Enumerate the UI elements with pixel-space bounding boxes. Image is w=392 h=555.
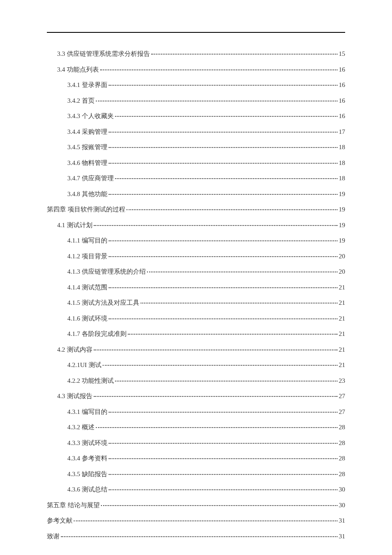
toc-leader-dots — [115, 116, 337, 117]
toc-entry: 4.1.5 测试方法及对应工具21 — [47, 299, 345, 306]
toc-leader-dots — [109, 443, 337, 444]
toc-entry: 4.3.1 编写目的27 — [47, 408, 345, 416]
toc-page-number: 18 — [339, 143, 345, 151]
toc-page-number: 28 — [339, 454, 345, 462]
toc-label: 3.3 供应链管理系统需求分析报告 — [57, 50, 150, 58]
toc-label: 4.1.1 编写目的 — [67, 237, 107, 244]
toc-leader-dots — [128, 334, 337, 335]
toc-page-number: 21 — [339, 346, 345, 353]
toc-label: 4.1.2 项目背景 — [67, 252, 107, 260]
toc-label: 3.4.8 其他功能 — [67, 190, 107, 198]
toc-page-number: 19 — [339, 221, 345, 229]
toc-leader-dots — [109, 256, 337, 257]
toc-page-number: 17 — [339, 128, 345, 136]
toc-leader-dots — [109, 489, 337, 490]
toc-page-number: 21 — [339, 315, 345, 322]
toc-label: 4.2.2 功能性测试 — [67, 377, 114, 384]
toc-label: 3.4.1 登录界面 — [67, 81, 107, 89]
toc-page-number: 19 — [339, 190, 345, 198]
toc-label: 4.1.7 各阶段完成准则 — [67, 330, 127, 338]
toc-label: 3.4.3 个人收藏夹 — [67, 112, 114, 120]
toc-page-number: 18 — [339, 159, 345, 167]
toc-label: 致谢 — [47, 532, 60, 540]
toc-label: 3.4 功能点列表 — [57, 66, 99, 73]
toc-entry: 3.4 功能点列表16 — [47, 66, 345, 73]
toc-page-number: 21 — [339, 361, 345, 369]
toc-leader-dots — [109, 147, 337, 148]
toc-entry: 4.1 测试计划19 — [47, 221, 345, 229]
table-of-contents: 3.3 供应链管理系统需求分析报告153.4 功能点列表163.4.1 登录界面… — [47, 50, 345, 540]
toc-label: 4.3.2 概述 — [67, 423, 95, 431]
toc-page-number: 28 — [339, 439, 345, 447]
toc-page-number: 21 — [339, 330, 345, 338]
toc-leader-dots — [115, 178, 337, 179]
toc-leader-dots — [94, 350, 338, 350]
header-rule — [47, 32, 345, 33]
toc-leader-dots — [94, 225, 338, 226]
toc-entry: 4.3.2 概述28 — [47, 423, 345, 431]
toc-label: 3.4.5 报账管理 — [67, 143, 107, 151]
toc-label: 4.1.6 测试环境 — [67, 315, 107, 322]
toc-entry: 第四章 项目软件测试的过程19 — [47, 205, 345, 213]
toc-label: 第四章 项目软件测试的过程 — [47, 205, 125, 213]
toc-leader-dots — [61, 536, 337, 537]
toc-label: 参考文献 — [47, 517, 72, 524]
toc-page-number: 20 — [339, 252, 345, 260]
toc-page-number: 23 — [339, 377, 345, 384]
toc-page-number: 18 — [339, 174, 345, 182]
toc-page-number: 16 — [339, 81, 345, 89]
toc-entry: 3.4.3 个人收藏夹16 — [47, 112, 345, 120]
toc-leader-dots — [115, 381, 337, 382]
toc-entry: 4.1.2 项目背景20 — [47, 252, 345, 260]
toc-label: 4.3.3 测试环境 — [67, 439, 107, 447]
page-container: 3.3 供应链管理系统需求分析报告153.4 功能点列表163.4.1 登录界面… — [0, 0, 392, 555]
toc-entry: 参考文献31 — [47, 517, 345, 524]
toc-entry: 3.4.1 登录界面16 — [47, 81, 345, 89]
toc-page-number: 16 — [339, 112, 345, 120]
toc-label: 第五章 结论与展望 — [47, 501, 100, 509]
toc-label: 3.4.2 首页 — [67, 97, 95, 104]
toc-label: 4.3.4 参考资料 — [67, 454, 107, 462]
toc-entry: 3.4.7 供应商管理18 — [47, 174, 345, 182]
toc-page-number: 27 — [339, 408, 345, 416]
toc-page-number: 16 — [339, 97, 345, 104]
toc-leader-dots — [109, 412, 337, 413]
toc-leader-dots — [127, 209, 337, 210]
toc-leader-dots — [109, 163, 337, 164]
toc-leader-dots — [109, 194, 337, 195]
toc-entry: 3.3 供应链管理系统需求分析报告15 — [47, 50, 345, 58]
toc-entry: 4.2.1UI 测试21 — [47, 361, 345, 369]
toc-leader-dots — [147, 272, 337, 272]
toc-entry: 4.3.5 缺陷报告28 — [47, 470, 345, 478]
toc-page-number: 27 — [339, 392, 345, 400]
toc-leader-dots — [74, 520, 337, 521]
toc-leader-dots — [101, 505, 337, 506]
toc-label: 4.3 测试报告 — [57, 392, 92, 400]
toc-entry: 4.1.1 编写目的19 — [47, 237, 345, 244]
toc-leader-dots — [109, 132, 337, 133]
toc-page-number: 30 — [339, 501, 345, 509]
toc-entry: 第五章 结论与展望30 — [47, 501, 345, 509]
toc-leader-dots — [109, 474, 337, 475]
toc-label: 4.1.4 测试范围 — [67, 283, 107, 291]
toc-page-number: 15 — [339, 50, 345, 58]
toc-page-number: 21 — [339, 283, 345, 291]
toc-entry: 4.3.4 参考资料28 — [47, 454, 345, 462]
toc-label: 4.1.3 供应链管理系统的介绍 — [67, 268, 146, 275]
toc-leader-dots — [109, 287, 337, 288]
toc-leader-dots — [109, 240, 337, 241]
toc-leader-dots — [96, 427, 337, 428]
toc-entry: 4.1.7 各阶段完成准则21 — [47, 330, 345, 338]
toc-entry: 致谢31 — [47, 532, 345, 540]
toc-page-number: 28 — [339, 470, 345, 478]
toc-label: 4.3.6 测试总结 — [67, 486, 107, 493]
toc-leader-dots — [109, 458, 337, 459]
toc-label: 3.4.7 供应商管理 — [67, 174, 114, 182]
toc-page-number: 31 — [339, 517, 345, 524]
toc-label: 4.3.1 编写目的 — [67, 408, 107, 416]
toc-leader-dots — [109, 85, 337, 86]
toc-label: 4.1.5 测试方法及对应工具 — [67, 299, 139, 306]
toc-leader-dots — [151, 54, 338, 55]
toc-entry: 3.4.8 其他功能19 — [47, 190, 345, 198]
toc-entry: 4.3 测试报告27 — [47, 392, 345, 400]
